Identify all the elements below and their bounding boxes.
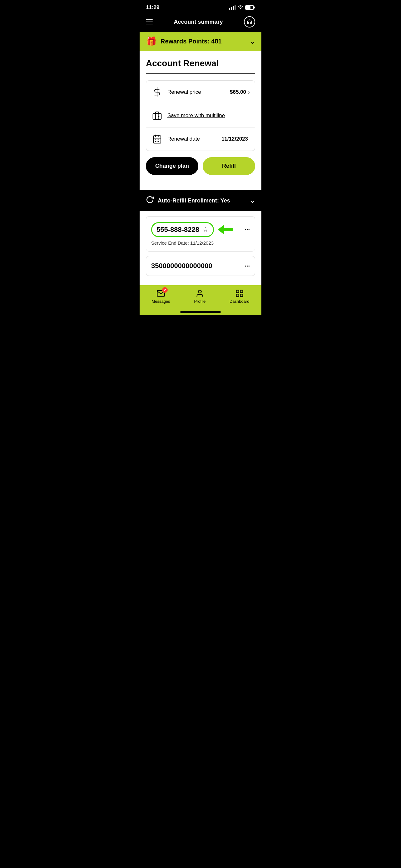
nav-profile[interactable]: Profile — [194, 289, 205, 304]
dashboard-icon — [235, 289, 244, 298]
svg-rect-18 — [240, 294, 243, 297]
phone-pill-wrapper: 555-888-8228 ☆ — [151, 222, 233, 237]
main-content: Account Renewal Renewal price $65.00 › — [140, 51, 261, 190]
rewards-banner[interactable]: 🎁 Rewards Points: 481 ⌄ — [140, 32, 261, 51]
dashboard-nav-label: Dashboard — [230, 299, 249, 304]
svg-point-2 — [158, 116, 159, 117]
phone-account-menu-icon[interactable]: ··· — [244, 226, 250, 234]
messages-nav-label: Messages — [152, 299, 170, 304]
star-icon[interactable]: ☆ — [202, 226, 209, 234]
account-renewal-title: Account Renewal — [146, 58, 255, 68]
multiline-row[interactable]: Save more with multiline — [146, 104, 255, 127]
menu-button[interactable] — [146, 19, 153, 24]
profile-icon — [196, 289, 204, 298]
status-time: 11:29 — [146, 4, 159, 11]
renewal-price-row[interactable]: Renewal price $65.00 › — [146, 81, 255, 104]
rewards-text: Rewards Points: 481 — [161, 38, 222, 45]
sim-account-card: 3500000000000000 ··· — [146, 256, 255, 276]
page-title: Account summary — [174, 19, 223, 25]
wallet-icon — [151, 110, 163, 122]
gift-icon: 🎁 — [146, 36, 157, 46]
status-icons — [229, 5, 255, 10]
rewards-left: 🎁 Rewards Points: 481 — [146, 36, 222, 46]
dollar-icon — [151, 86, 163, 98]
green-arrow-icon — [218, 224, 233, 235]
support-button[interactable] — [244, 16, 255, 28]
accounts-section: 555-888-8228 ☆ ··· Service End Date: 11/… — [140, 211, 261, 285]
home-indicator — [140, 311, 261, 315]
renewal-date-label: Renewal date — [167, 136, 222, 142]
refresh-icon — [146, 195, 154, 206]
auto-refill-text: Auto-Refill Enrollment: Yes — [158, 197, 230, 204]
multiline-label: Save more with multiline — [167, 113, 250, 119]
change-plan-button[interactable]: Change plan — [146, 157, 198, 175]
auto-refill-chevron-icon: ⌄ — [250, 197, 255, 204]
section-divider — [146, 73, 255, 74]
messages-icon: 2 — [157, 289, 165, 298]
renewal-price-value: $65.00 — [230, 89, 246, 95]
svg-rect-15 — [236, 290, 239, 293]
phone-number: 555-888-8228 — [157, 226, 199, 234]
sim-account-menu-icon[interactable]: ··· — [244, 262, 250, 270]
calendar-icon — [151, 133, 163, 145]
action-buttons: Change plan Refill — [146, 157, 255, 175]
renewal-price-chevron-icon: › — [248, 89, 250, 96]
refill-button[interactable]: Refill — [203, 157, 255, 175]
nav-messages[interactable]: 2 Messages — [152, 289, 170, 304]
nav-dashboard[interactable]: Dashboard — [230, 289, 249, 304]
renewal-card: Renewal price $65.00 › Save more with mu… — [146, 80, 255, 151]
multiline-link[interactable]: Save more with multiline — [167, 113, 225, 118]
svg-point-14 — [198, 290, 201, 293]
phone-account-header: 555-888-8228 ☆ ··· — [151, 222, 250, 237]
phone-pill[interactable]: 555-888-8228 ☆ — [151, 222, 214, 237]
renewal-date-value: 11/12/2023 — [222, 136, 248, 142]
svg-marker-13 — [218, 225, 233, 234]
wifi-icon — [238, 5, 243, 10]
svg-rect-1 — [153, 114, 162, 119]
auto-refill-left: Auto-Refill Enrollment: Yes — [146, 195, 230, 206]
bottom-nav: 2 Messages Profile Dashboard — [140, 285, 261, 311]
renewal-date-row: Renewal date 11/12/2023 — [146, 127, 255, 151]
renewal-price-label: Renewal price — [167, 89, 230, 95]
battery-icon — [245, 5, 255, 10]
service-end-date: Service End Date: 11/12/2023 — [151, 240, 250, 246]
signal-bars-icon — [229, 5, 236, 10]
rewards-expand-icon: ⌄ — [250, 38, 255, 45]
profile-nav-label: Profile — [194, 299, 205, 304]
status-bar: 11:29 — [140, 0, 261, 13]
home-bar — [180, 311, 221, 313]
sim-account-number: 3500000000000000 — [151, 262, 212, 270]
svg-rect-16 — [240, 290, 243, 293]
phone-account-card: 555-888-8228 ☆ ··· Service End Date: 11/… — [146, 216, 255, 251]
header: Account summary — [140, 13, 261, 32]
auto-refill-banner[interactable]: Auto-Refill Enrollment: Yes ⌄ — [140, 190, 261, 211]
svg-rect-17 — [236, 294, 239, 297]
messages-badge: 2 — [162, 287, 168, 293]
